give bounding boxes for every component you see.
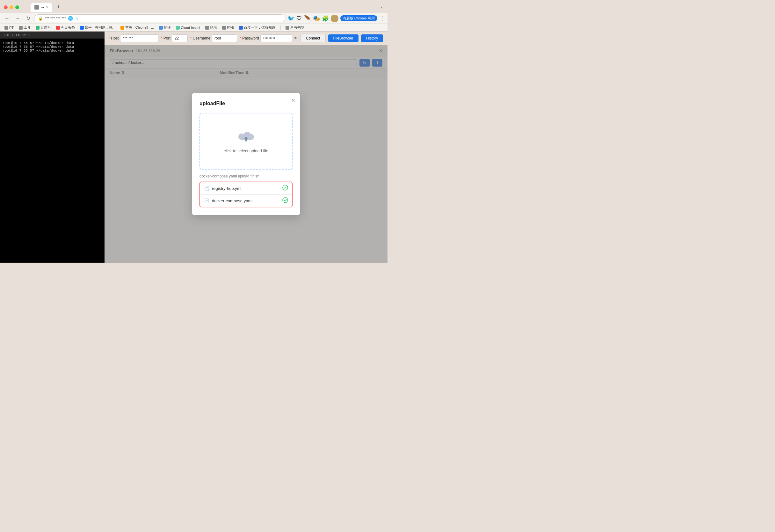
bookmarks-bar: PT 工具 百度号 今日头条 知乎 - 有问题，就... 首页 - Chiphe…: [0, 24, 388, 32]
doc-icon-1: 📄: [204, 186, 209, 191]
url-bar[interactable]: 🔒 *** *** *** *** 🌐 ☆: [34, 14, 285, 22]
back-button[interactable]: ←: [3, 15, 11, 22]
port-field-group: Port: [161, 34, 188, 42]
translate-bm-icon: [159, 26, 163, 30]
browser-chrome: ··· × + ⋮ ← → ↻ 🔒 *** *** *** *** 🌐 ☆ 🐦 …: [0, 0, 388, 32]
bookmark-translate[interactable]: 翻译: [157, 25, 173, 31]
extensions-icon: 🐦: [287, 15, 294, 22]
host-label: Host: [108, 36, 119, 40]
file-check-1: [282, 185, 288, 192]
bookmark-zhihu[interactable]: 知乎 - 有问题，就...: [78, 25, 117, 31]
translate-icon[interactable]: 🌐: [68, 16, 73, 21]
bookmark-pt[interactable]: PT: [3, 25, 16, 30]
ssh-connection-bar: Host Port Username Password 👁 Connect Fi…: [104, 32, 388, 45]
folder-icon: [19, 26, 23, 30]
browser-tab[interactable]: ··· ×: [31, 3, 52, 12]
username-label: Username: [190, 36, 210, 40]
file-item-1: 📄 registry-hub.yml: [200, 182, 292, 195]
bookmark-icon[interactable]: ☆: [75, 16, 79, 21]
password-field-group: Password 👁: [240, 34, 298, 42]
folder-icon: [222, 26, 226, 30]
bookmark-tools[interactable]: 工具: [17, 25, 32, 31]
tab-close-btn[interactable]: ×: [46, 5, 48, 10]
zhihu-icon: [80, 26, 84, 30]
modal-overlay: uploadFile × click to select upload file: [104, 45, 388, 263]
session-tab-label: 101.36.116.29: [4, 33, 26, 37]
svg-point-2: [283, 198, 288, 203]
address-bar-icons: 🌐 ☆: [68, 16, 79, 21]
menu-icon[interactable]: ⋮: [379, 15, 385, 22]
bookmark-allbooks[interactable]: 所有书签: [283, 25, 306, 31]
host-input[interactable]: [120, 34, 158, 42]
upload-status: docker-compose.yaml upload finish!: [199, 174, 292, 178]
host-field-group: Host: [108, 34, 158, 42]
terminal-content: root@10-7-65-57:~/data/docker_data root@…: [0, 39, 104, 262]
connect-button[interactable]: Connect: [300, 34, 326, 42]
cloud-upload-icon: [237, 130, 255, 145]
url-text: *** *** *** ***: [45, 16, 66, 21]
upload-area[interactable]: click to select upload file: [199, 113, 292, 170]
modal-title: uploadFile: [199, 101, 292, 106]
cloud-icon: [176, 26, 180, 30]
profile-icon: [331, 15, 338, 22]
modal-close-btn[interactable]: ×: [291, 97, 295, 104]
traffic-light-close[interactable]: [4, 5, 8, 9]
traffic-light-fullscreen[interactable]: [15, 5, 19, 9]
bookmark-chiphell[interactable]: 首页 - Chiphell - ...: [118, 25, 156, 31]
folder-icon: [285, 26, 289, 30]
filebrowser-button[interactable]: FileBrowser: [328, 34, 358, 42]
port-label: Port: [161, 36, 170, 40]
main-content: Host Port Username Password 👁 Connect Fi…: [104, 32, 388, 263]
file-check-2: [282, 197, 288, 204]
baidu-icon: [36, 26, 39, 30]
terminal-line-2: root@10-7-65-57:~/data/docker_data: [3, 45, 102, 49]
file-name-1: registry-hub.yml: [212, 186, 280, 191]
reload-button[interactable]: ↻: [24, 15, 32, 22]
baidu2-icon: [239, 26, 243, 30]
file-name-2: docker-compose.yaml: [212, 198, 280, 203]
folder-icon: [205, 26, 209, 30]
filebrowser-area: FileBrowser 101.36.116.29 × ↻ ⬆ Name ⇅ M…: [104, 45, 388, 263]
toutiao-icon: [56, 26, 60, 30]
password-toggle-btn[interactable]: 👁: [293, 36, 298, 41]
bookmark-baidu2[interactable]: 百度一下，你就知道: [237, 25, 277, 31]
address-bar: ← → ↻ 🔒 *** *** *** *** 🌐 ☆ 🐦 🛡 🪶 🎭 🧩 有新…: [0, 13, 388, 24]
app-area: 101.36.116.29 × root@10-7-65-57:~/data/d…: [0, 32, 388, 263]
new-tab-button[interactable]: +: [54, 3, 63, 12]
title-bar: ··· × + ⋮: [0, 0, 388, 13]
terminal-panel: 101.36.116.29 × root@10-7-65-57:~/data/d…: [0, 32, 104, 263]
upload-modal: uploadFile × click to select upload file: [192, 93, 300, 215]
traffic-light-minimize[interactable]: [10, 5, 13, 9]
mask-icon: 🎭: [313, 15, 320, 22]
bookmark-toutiao[interactable]: 今日头条: [54, 25, 77, 31]
password-label: Password: [240, 36, 259, 40]
bookmark-cloud[interactable]: Cloud Install: [174, 25, 202, 30]
terminal-line-3: root@10-7-65-57:~/data/docker_data: [3, 49, 102, 53]
shield-icon: 🛡: [296, 15, 302, 22]
terminal-close-btn[interactable]: ×: [27, 33, 30, 37]
upload-area-text: click to select upload file: [224, 148, 268, 153]
file-item-2: 📄 docker-compose.yaml: [200, 195, 292, 207]
username-input[interactable]: [212, 34, 237, 42]
port-input[interactable]: [172, 34, 188, 42]
tab-favicon: [34, 5, 39, 10]
history-button[interactable]: History: [361, 34, 383, 42]
password-input[interactable]: [260, 34, 292, 42]
forward-button[interactable]: →: [13, 15, 22, 22]
bookmark-baidu[interactable]: 百度号: [34, 25, 53, 31]
doc-icon-2: 📄: [204, 198, 209, 203]
tab-title: ···: [41, 5, 44, 10]
puzzle-icon: 🧩: [322, 15, 329, 22]
update-notice: 有新版 Chrome 可用: [340, 15, 377, 21]
bookmark-forum[interactable]: 论坛: [203, 25, 219, 31]
username-field-group: Username: [190, 34, 237, 42]
terminal-tab[interactable]: 101.36.116.29 ×: [0, 32, 104, 39]
bookmark-shop[interactable]: 购物: [220, 25, 236, 31]
feather-icon: 🪶: [304, 15, 311, 22]
folder-icon: [4, 26, 8, 30]
svg-point-1: [283, 185, 288, 190]
chiphell-icon: [120, 26, 124, 30]
terminal-line-1: root@10-7-65-57:~/data/docker_data: [3, 41, 102, 45]
uploaded-file-list: 📄 registry-hub.yml 📄 docker-: [199, 182, 292, 207]
